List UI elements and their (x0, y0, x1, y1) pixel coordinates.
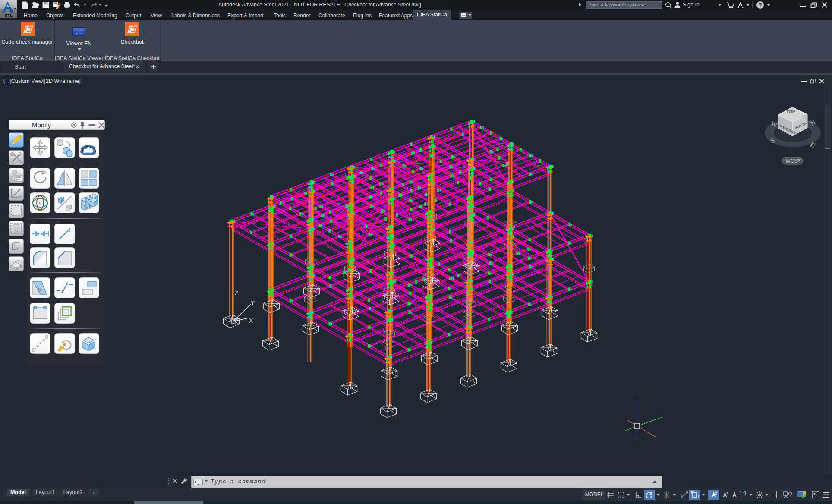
svg-text:TOP: TOP (786, 109, 795, 114)
svg-text:Z: Z (235, 290, 239, 296)
svg-text:WCS: WCS (785, 158, 798, 164)
svg-text:Y: Y (251, 299, 255, 306)
svg-text:X: X (249, 317, 253, 324)
svg-text:?: ? (759, 2, 762, 8)
